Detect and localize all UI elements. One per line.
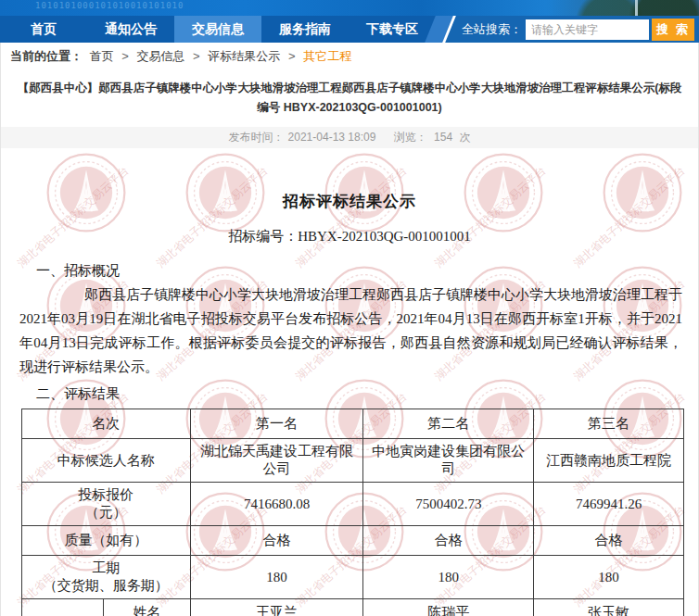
leader-group-label: 项目负责人（如有） — [22, 599, 104, 616]
views-count: 154 — [434, 131, 452, 144]
publish-time-label: 发布时间： — [229, 131, 285, 144]
site-search-label: 全站搜索： — [462, 21, 522, 38]
price-3: 7469941.26 — [534, 483, 684, 526]
table-header-row: 名次 第一名 第二名 第三名 — [22, 409, 684, 439]
leader-name-label: 姓名 — [103, 599, 190, 616]
price-label: 投标报价 （元） — [22, 483, 191, 526]
nav-tab-trade-info[interactable]: 交易信息 — [174, 16, 261, 43]
article-title-line2: HBYX-202103QG-001001001) — [284, 101, 442, 114]
nav-tab-notices[interactable]: 通知公告 — [87, 16, 174, 43]
notice-body: 湖北省电子招投标交易云平台湖北省电子招投标交易云平台湖北省电子招投标交易云平台湖… — [1, 148, 698, 616]
table-row-candidate: 中标候选人名称 湖北锦天禹建设工程有限公司 中地寅岗建设集团有限公司 江西赣南地… — [22, 439, 684, 483]
table-row-price: 投标报价 （元） 7416680.08 7500402.73 7469941.2… — [22, 483, 684, 526]
duration-1: 180 — [190, 556, 363, 599]
header-rank: 名次 — [22, 409, 191, 439]
evaluation-result-table: 名次 第一名 第二名 第三名 中标候选人名称 湖北锦天禹建设工程有限公司 中地寅… — [21, 409, 684, 616]
bid-number-line: 招标编号：HBYX-202103QG-001001001 — [1, 228, 698, 245]
bid-number-value: HBYX-202103QG-001001001 — [298, 229, 471, 244]
nav-tab-downloads[interactable]: 下载专区 — [349, 16, 436, 43]
publish-time-value: 2021-04-13 18:09 — [288, 131, 376, 144]
duration-3: 180 — [534, 556, 684, 599]
nav-tab-service-guide[interactable]: 服务指南 — [261, 16, 349, 43]
top-photo-banner: 1010101000101010010101010 — [0, 0, 699, 16]
breadcrumb: 当前的位置： 首页 > 交易信息 > 评标结果公示 > 其它工程 — [1, 43, 698, 70]
banner-tower — [635, 0, 638, 16]
section1-title: 一、招标概况 — [36, 262, 698, 280]
breadcrumb-eval-results[interactable]: 评标结果公示 — [208, 49, 280, 63]
breadcrumb-prefix: 当前的位置： — [10, 49, 83, 63]
breadcrumb-separator: > — [288, 49, 296, 63]
quality-1: 合格 — [190, 526, 363, 556]
publish-info-bar: 发布时间：2021-04-13 18:09 浏览： 154 次 — [1, 127, 698, 148]
leader-name-2: 陈瑞平 — [363, 599, 534, 616]
article-title: 【郧西县中心】郧西县店子镇牌楼中心小学大块地滑坡治理工程郧西县店子镇牌楼中心小学… — [1, 70, 698, 127]
table-row-duration: 工期 （交货期、服务期） 180 180 180 — [22, 556, 684, 599]
site-search-bar: 全站搜索： 搜 索 — [436, 16, 699, 43]
quality-2: 合格 — [363, 526, 534, 556]
leader-name-1: 王亚兰 — [190, 599, 363, 616]
header-second: 第二名 — [363, 409, 534, 439]
section2-title: 二、评标结果 — [36, 385, 698, 403]
nav-tab-home[interactable]: 首页 — [0, 16, 87, 43]
candidate-3: 江西赣南地质工程院 — [534, 439, 684, 483]
price-label-line2: （元） — [26, 504, 186, 522]
quality-3: 合格 — [534, 526, 684, 556]
price-label-line1: 投标报价 — [78, 487, 133, 502]
notice-heading: 招标评标结果公示 — [1, 148, 698, 212]
table-row-quality: 质量（如有） 合格 合格 合格 — [22, 526, 684, 556]
section1-paragraph: 郧西县店子镇牌楼中心小学大块地滑坡治理工程郧西县店子镇牌楼中心小学大块地滑坡治理… — [19, 283, 682, 379]
quality-label: 质量（如有） — [22, 526, 191, 556]
breadcrumb-separator: > — [193, 49, 200, 63]
site-search-input[interactable] — [526, 19, 649, 40]
duration-label-line2: （交货期、服务期） — [26, 577, 186, 595]
header-third: 第三名 — [534, 409, 684, 439]
breadcrumb-current: 其它工程 — [303, 49, 351, 63]
breadcrumb-separator: > — [121, 49, 129, 63]
search-button[interactable]: 搜 索 — [652, 19, 694, 41]
table-row-leader-name: 项目负责人（如有） 姓名 王亚兰 陈瑞平 张玉敏 — [22, 599, 684, 616]
header-first: 第一名 — [190, 409, 363, 439]
breadcrumb-trade-info[interactable]: 交易信息 — [136, 49, 184, 63]
bid-number-label: 招标编号： — [228, 229, 298, 244]
duration-label: 工期 （交货期、服务期） — [22, 556, 191, 599]
views-label: 浏览： — [394, 131, 427, 144]
main-nav: 首页 通知公告 交易信息 服务指南 下载专区 全站搜索： 搜 索 — [0, 16, 699, 43]
leader-name-3: 张玉敏 — [534, 599, 684, 616]
candidate-1: 湖北锦天禹建设工程有限公司 — [190, 439, 363, 483]
candidate-2: 中地寅岗建设集团有限公司 — [363, 439, 534, 483]
views-unit: 次 — [459, 131, 470, 144]
price-1: 7416680.08 — [190, 483, 363, 526]
candidate-label: 中标候选人名称 — [22, 439, 191, 483]
price-2: 7500402.73 — [363, 483, 534, 526]
duration-label-line1: 工期 — [92, 560, 120, 575]
banner-cityscape — [551, 0, 699, 16]
breadcrumb-home[interactable]: 首页 — [90, 49, 114, 63]
duration-2: 180 — [363, 556, 534, 599]
banner-binary-texture: 1010101000101010010101010 — [35, 1, 184, 10]
